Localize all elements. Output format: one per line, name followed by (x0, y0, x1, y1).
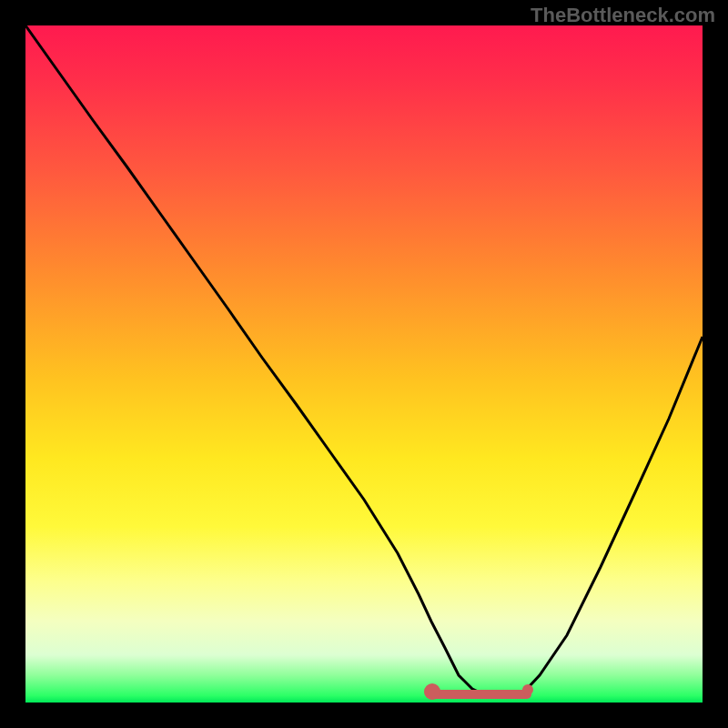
optimal-marker-start (424, 683, 440, 700)
curve-layer (25, 25, 703, 703)
bottleneck-curve (25, 25, 703, 696)
plot-area (25, 25, 703, 703)
watermark-text: TheBottleneck.com (531, 4, 715, 27)
optimal-marker-end (522, 684, 533, 695)
